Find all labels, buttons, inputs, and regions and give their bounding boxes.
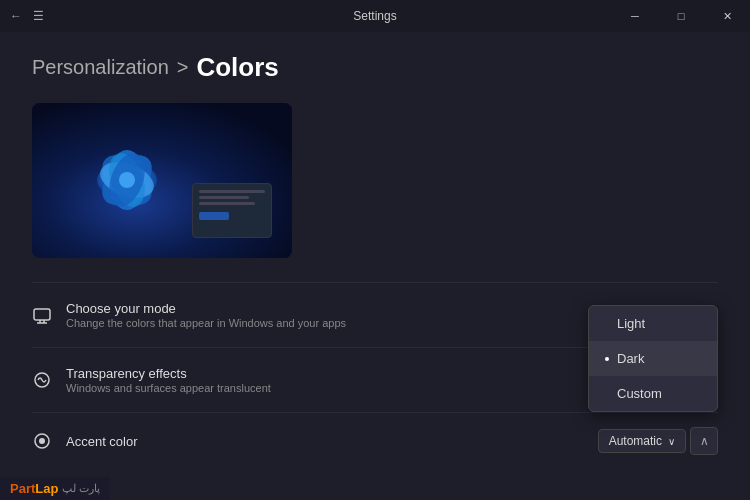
chevron-down-icon: ∨ xyxy=(668,436,675,447)
transparency-row-left: Transparency effects Windows and surface… xyxy=(32,366,271,394)
transparency-subtitle: Windows and surfaces appear translucent xyxy=(66,382,271,394)
accent-icon xyxy=(32,431,52,451)
dark-label: Dark xyxy=(617,351,644,366)
dark-dot xyxy=(605,357,609,361)
svg-rect-10 xyxy=(34,309,50,320)
title-bar-title: Settings xyxy=(353,9,396,23)
watermark-lap: Lap xyxy=(35,481,58,496)
accent-expand-button[interactable]: ∧ xyxy=(690,427,718,455)
recent-colors-label: Recent colors xyxy=(32,477,718,491)
transparency-icon xyxy=(32,370,52,390)
breadcrumb: Personalization > Colors xyxy=(32,52,718,83)
svg-point-16 xyxy=(39,438,45,444)
mode-option-dark[interactable]: Dark xyxy=(589,341,717,376)
svg-point-9 xyxy=(119,172,135,188)
accent-dropdown[interactable]: Automatic ∨ xyxy=(598,429,686,453)
accent-row: Accent color Automatic ∨ ∧ xyxy=(32,412,718,469)
minimize-button[interactable]: ─ xyxy=(612,0,658,32)
theme-preview xyxy=(32,103,292,258)
main-content: Personalization > Colors xyxy=(0,32,750,500)
preview-wallpaper xyxy=(32,103,292,258)
mode-option-light[interactable]: Light xyxy=(589,306,717,341)
window-controls: ─ □ ✕ xyxy=(612,0,750,32)
mode-option-custom[interactable]: Custom xyxy=(589,376,717,411)
mode-icon xyxy=(32,305,52,325)
watermark: PartLap پارت لپ xyxy=(0,477,110,500)
expand-icon: ∧ xyxy=(700,434,709,448)
title-bar: ← ☰ Settings ─ □ ✕ xyxy=(0,0,750,32)
maximize-button[interactable]: □ xyxy=(658,0,704,32)
accent-value: Automatic xyxy=(609,434,662,448)
recent-colors-section: Recent colors xyxy=(32,469,718,500)
breadcrumb-parent[interactable]: Personalization xyxy=(32,56,169,79)
hamburger-button[interactable]: ☰ xyxy=(30,8,46,24)
preview-button xyxy=(199,212,229,220)
close-button[interactable]: ✕ xyxy=(704,0,750,32)
title-bar-controls: ← ☰ xyxy=(8,8,46,24)
mode-row: Choose your mode Change the colors that … xyxy=(32,297,718,333)
mode-row-left: Choose your mode Change the colors that … xyxy=(32,301,346,329)
transparency-text: Transparency effects Windows and surface… xyxy=(66,366,271,394)
light-label: Light xyxy=(617,316,645,331)
watermark-part: Part xyxy=(10,481,35,496)
preview-floating-window xyxy=(192,183,272,238)
breadcrumb-separator: > xyxy=(177,56,189,79)
mode-popup[interactable]: Light Dark Custom xyxy=(588,305,718,412)
mode-title: Choose your mode xyxy=(66,301,346,316)
mode-section: Choose your mode Change the colors that … xyxy=(32,282,718,347)
transparency-title: Transparency effects xyxy=(66,366,271,381)
accent-controls: Automatic ∨ ∧ xyxy=(598,427,718,455)
accent-row-left: Accent color xyxy=(32,431,138,451)
custom-label: Custom xyxy=(617,386,662,401)
mode-subtitle: Change the colors that appear in Windows… xyxy=(66,317,346,329)
accent-title: Accent color xyxy=(66,434,138,449)
watermark-fa-text: پارت لپ xyxy=(62,482,100,495)
breadcrumb-current: Colors xyxy=(196,52,278,83)
mode-text: Choose your mode Change the colors that … xyxy=(66,301,346,329)
back-button[interactable]: ← xyxy=(8,8,24,24)
watermark-brand: PartLap xyxy=(10,481,58,496)
